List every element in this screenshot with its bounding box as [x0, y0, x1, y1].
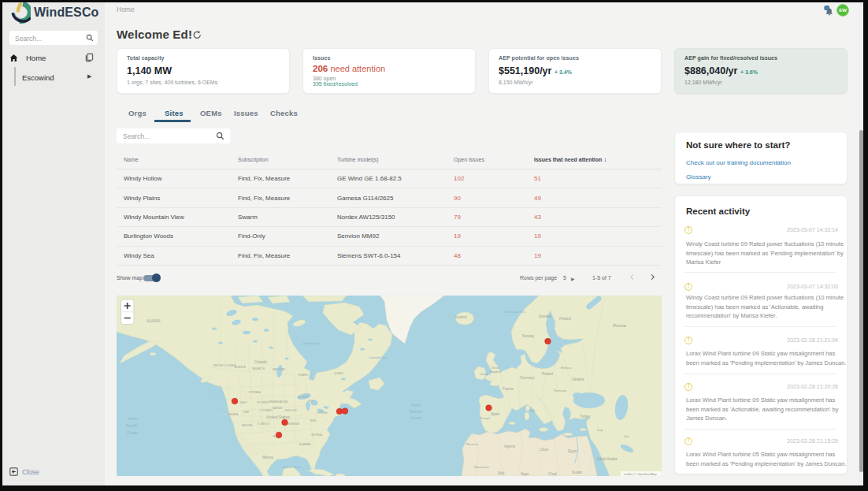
svg-text:ARIZONA: ARIZONA	[242, 424, 252, 427]
svg-text:Portugal: Portugal	[480, 417, 490, 420]
svg-text:Iceland: Iceland	[455, 315, 467, 319]
svg-text:Romania: Romania	[554, 389, 567, 392]
svg-text:ILLINOIS: ILLINOIS	[299, 396, 308, 399]
svg-text:Mauritania: Mauritania	[474, 465, 489, 469]
svg-text:Belarus: Belarus	[561, 366, 572, 370]
svg-text:IOWA: IOWA	[281, 400, 287, 404]
svg-text:KANSAS: KANSAS	[273, 407, 282, 410]
svg-text:Mali: Mali	[498, 471, 504, 475]
svg-text:Labrador Sea: Labrador Sea	[369, 355, 388, 359]
svg-text:Ocean: Ocean	[127, 430, 139, 435]
svg-text:Turkey: Turkey	[580, 415, 591, 418]
svg-text:IDAHO: IDAHO	[239, 401, 247, 404]
svg-text:Sweden: Sweden	[539, 314, 552, 318]
svg-text:GEORGIA: GEORGIA	[311, 433, 322, 437]
svg-text:Ocean: Ocean	[410, 415, 422, 420]
svg-text:VIRGINIA: VIRGINIA	[317, 411, 327, 415]
svg-text:Algeria: Algeria	[504, 445, 516, 448]
svg-text:Chad: Chad	[548, 472, 557, 476]
svg-text:Russia: Russia	[613, 323, 627, 328]
svg-text:Germany: Germany	[520, 376, 535, 380]
svg-text:Iran: Iran	[624, 434, 629, 438]
svg-text:NEBRASKA: NEBRASKA	[269, 400, 281, 404]
svg-text:Finland: Finland	[559, 317, 571, 321]
svg-text:Niger: Niger	[521, 472, 529, 476]
svg-text:OHIO: OHIO	[308, 400, 314, 403]
svg-text:BRITISH COLUMBIA: BRITISH COLUMBIA	[213, 364, 236, 367]
svg-text:ALASKA: ALASKA	[147, 319, 161, 323]
svg-text:COLORADO: COLORADO	[259, 409, 273, 412]
svg-text:France: France	[503, 387, 514, 391]
svg-text:Libya: Libya	[540, 448, 548, 452]
svg-text:TENN.: TENN.	[310, 419, 317, 422]
svg-text:Norway: Norway	[522, 334, 535, 338]
svg-text:N. MEXICO: N. MEXICO	[258, 422, 270, 426]
svg-text:United: United	[491, 366, 499, 370]
svg-text:Mexico: Mexico	[262, 456, 274, 459]
svg-text:Italy: Italy	[529, 408, 535, 412]
svg-text:MISSOURI: MISSOURI	[285, 409, 297, 412]
svg-text:Saudi Arabia: Saudi Arabia	[597, 457, 618, 461]
svg-text:Atlantic: Atlantic	[410, 409, 423, 414]
svg-text:NEVADA: NEVADA	[228, 413, 238, 416]
svg-text:Ukraine: Ukraine	[572, 378, 584, 381]
svg-text:Hudson Bay: Hudson Bay	[303, 341, 321, 345]
svg-text:Kingdom: Kingdom	[490, 370, 501, 374]
svg-text:Poland: Poland	[542, 372, 554, 376]
svg-text:Sudan: Sudan	[572, 471, 583, 474]
svg-text:UTAH: UTAH	[243, 411, 249, 414]
svg-text:ARKANSAS: ARKANSAS	[287, 422, 299, 426]
svg-text:ONTARIO: ONTARIO	[298, 374, 309, 377]
svg-text:MONTANA: MONTANA	[249, 391, 261, 394]
svg-text:ALBERTA: ALBERTA	[235, 366, 245, 369]
svg-text:Gulf of Mexico: Gulf of Mexico	[282, 465, 302, 469]
svg-text:Spain: Spain	[491, 412, 500, 416]
svg-text:Canada: Canada	[254, 360, 267, 364]
svg-text:North: North	[128, 416, 137, 421]
svg-text:Norwegian Sea: Norwegian Sea	[504, 310, 526, 314]
svg-text:WYOMING: WYOMING	[257, 401, 269, 404]
svg-text:QUEBEC: QUEBEC	[334, 372, 345, 375]
svg-text:SASKATCH.: SASKATCH.	[252, 367, 265, 370]
svg-text:Leaflet | © OpenStreetMap: Leaflet | © OpenStreetMap	[624, 473, 657, 476]
svg-text:MANITOBA: MANITOBA	[273, 368, 285, 371]
svg-text:ALABAMA: ALABAMA	[299, 443, 310, 446]
svg-text:Egypt: Egypt	[568, 449, 577, 453]
svg-text:Pacific: Pacific	[126, 423, 138, 428]
svg-text:Morocco: Morocco	[466, 442, 479, 446]
svg-text:Ireland: Ireland	[480, 373, 488, 376]
svg-text:United States: United States	[266, 415, 291, 419]
svg-text:North: North	[411, 403, 421, 407]
svg-text:Iraq: Iraq	[597, 428, 603, 432]
